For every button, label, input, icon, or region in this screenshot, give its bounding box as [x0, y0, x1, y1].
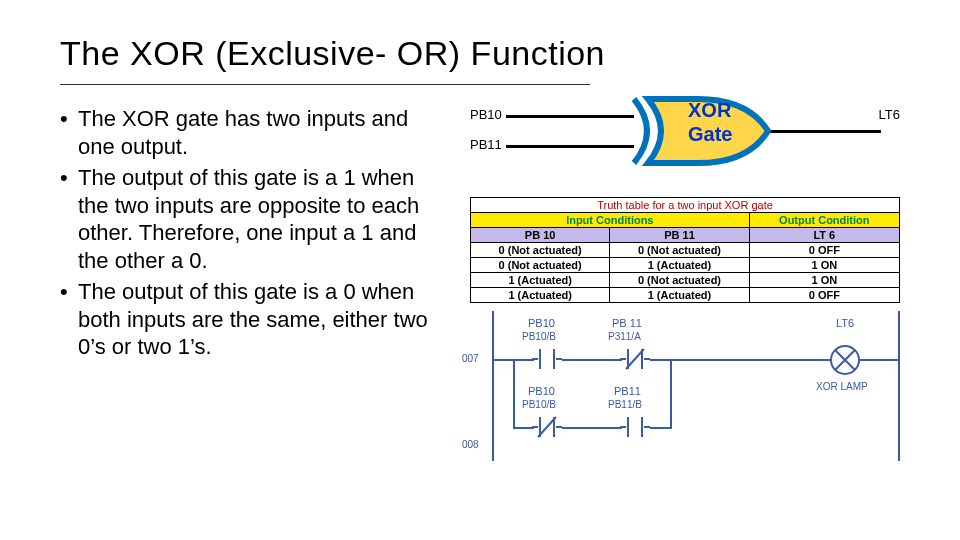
tt-cell: 1 (Actuated)	[471, 288, 610, 303]
tt-title: Truth table for a two input XOR gate	[471, 198, 900, 213]
gate-name-line1: XOR	[688, 99, 731, 122]
gate-output-label: LT6	[879, 107, 900, 122]
wire	[562, 359, 622, 361]
lamp-caption: XOR LAMP	[816, 381, 868, 392]
tt-cell: 0 OFF	[749, 288, 899, 303]
bullet-dot: •	[60, 105, 78, 160]
contact-label-bot: PB10/B	[522, 331, 556, 342]
ladder-rail-left	[492, 311, 494, 461]
tt-col-label: LT 6	[749, 228, 899, 243]
contact-label-top: PB10	[528, 317, 555, 329]
wire	[765, 130, 881, 133]
ladder-rail-right	[898, 311, 900, 461]
contact-label-bot: PB11/B	[608, 399, 642, 410]
contact-nc-icon	[532, 415, 562, 439]
gate-name-line2: Gate	[688, 123, 732, 146]
table-row: 0 (Not actuated) 0 (Not actuated) 0 OFF	[471, 243, 900, 258]
tt-col-label: PB 10	[471, 228, 610, 243]
xor-gate-diagram: PB10 PB11 LT6 XOR Gate	[470, 105, 900, 185]
content-columns: • The XOR gate has two inputs and one ou…	[60, 105, 900, 461]
contact-no-icon	[620, 415, 650, 439]
rung-number: 008	[462, 439, 479, 450]
contact-label-top: PB 11	[612, 317, 642, 329]
wire	[650, 427, 672, 429]
page-title: The XOR (Exclusive- OR) Function	[60, 34, 900, 73]
wire	[670, 359, 672, 429]
left-column: • The XOR gate has two inputs and one ou…	[60, 105, 440, 461]
bullet-dot: •	[60, 164, 78, 274]
tt-cell: 0 OFF	[749, 243, 899, 258]
table-row: 1 (Actuated) 0 (Not actuated) 1 ON	[471, 273, 900, 288]
bullet-item: • The XOR gate has two inputs and one ou…	[60, 105, 440, 160]
tt-input-header: Input Conditions	[471, 213, 750, 228]
wire	[513, 427, 534, 429]
contact-label-bot: PB10/B	[522, 399, 556, 410]
right-column: PB10 PB11 LT6 XOR Gate Truth table for a…	[470, 105, 900, 461]
tt-cell: 1 ON	[749, 258, 899, 273]
slide: The XOR (Exclusive- OR) Function • The X…	[0, 0, 960, 540]
bullet-item: • The output of this gate is a 1 when th…	[60, 164, 440, 274]
bullet-list: • The XOR gate has two inputs and one ou…	[60, 105, 440, 361]
lamp-label-top: LT6	[836, 317, 854, 329]
tt-cell: 1 ON	[749, 273, 899, 288]
wire	[562, 427, 622, 429]
ladder-diagram: 007 PB10 PB10/B PB 11 P311/A LT6 XOR LAM…	[470, 311, 900, 461]
tt-cell: 1 (Actuated)	[610, 288, 749, 303]
gate-input-bottom-label: PB11	[470, 137, 502, 152]
tt-output-header: Output Condition	[749, 213, 899, 228]
wire	[506, 115, 634, 118]
bullet-dot: •	[60, 278, 78, 361]
gate-input-top-label: PB10	[470, 107, 502, 122]
tt-cell: 0 (Not actuated)	[610, 243, 749, 258]
tt-cell: 0 (Not actuated)	[471, 243, 610, 258]
contact-nc-icon	[620, 347, 650, 371]
wire	[860, 359, 898, 361]
tt-cell: 0 (Not actuated)	[610, 273, 749, 288]
tt-cell: 0 (Not actuated)	[471, 258, 610, 273]
bullet-text: The output of this gate is a 1 when the …	[78, 164, 440, 274]
lamp-icon	[828, 343, 862, 377]
contact-label-top: PB11	[614, 385, 641, 397]
tt-cell: 1 (Actuated)	[610, 258, 749, 273]
title-underline	[60, 84, 590, 85]
wire	[506, 145, 634, 148]
tt-cell: 1 (Actuated)	[471, 273, 610, 288]
bullet-item: • The output of this gate is a 0 when bo…	[60, 278, 440, 361]
truth-table: Truth table for a two input XOR gate Inp…	[470, 197, 900, 303]
table-row: 1 (Actuated) 1 (Actuated) 0 OFF	[471, 288, 900, 303]
bullet-text: The output of this gate is a 0 when both…	[78, 278, 440, 361]
bullet-text: The XOR gate has two inputs and one outp…	[78, 105, 440, 160]
tt-col-label: PB 11	[610, 228, 749, 243]
contact-no-icon	[532, 347, 562, 371]
wire	[650, 359, 830, 361]
contact-label-top: PB10	[528, 385, 555, 397]
table-row: 0 (Not actuated) 1 (Actuated) 1 ON	[471, 258, 900, 273]
wire	[513, 359, 515, 429]
rung-number: 007	[462, 353, 479, 364]
contact-label-bot: P311/A	[608, 331, 641, 342]
